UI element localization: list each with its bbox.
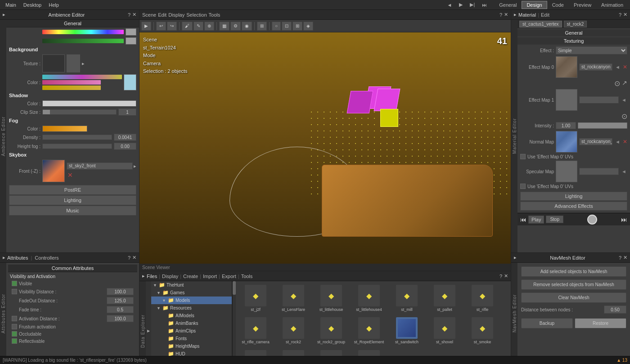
tree-scroll-thumb[interactable]: [233, 281, 236, 295]
scene-menu-display[interactable]: Display: [168, 12, 184, 18]
specular-uv-checkbox[interactable]: [520, 184, 526, 189]
normal-map-thumb[interactable]: [556, 131, 577, 153]
activation-dist-checkbox[interactable]: [12, 316, 17, 321]
grid-btn[interactable]: ▦: [219, 22, 230, 31]
texture-preview[interactable]: [42, 54, 65, 72]
asset-st-j2f[interactable]: ◆ st_j2f: [238, 283, 274, 314]
navmesh-add-btn[interactable]: Add selected objects to NavMesh: [521, 266, 626, 277]
fade-time-input[interactable]: [107, 306, 134, 313]
activation-dist-input[interactable]: [107, 315, 134, 322]
effect-map0-close[interactable]: ✕: [623, 64, 627, 70]
postre-button[interactable]: PostRE: [9, 185, 136, 195]
scene-menu-selection[interactable]: Selection: [186, 12, 207, 18]
navmesh-distance-input[interactable]: [604, 306, 626, 314]
effect-select[interactable]: Simple: [556, 46, 627, 54]
texture-arrow[interactable]: ▸: [82, 61, 85, 67]
ambience-help-icon[interactable]: ?: [128, 12, 130, 18]
pointer-btn[interactable]: ⊕: [204, 22, 214, 31]
ambience-expand-icon[interactable]: ▸: [3, 12, 5, 18]
tree-scrollbar[interactable]: [232, 281, 236, 364]
scene-close-icon[interactable]: ✕: [504, 12, 508, 18]
effect-map0-arrow[interactable]: ◄: [614, 64, 621, 70]
navmesh-remove-btn[interactable]: Remove selected objects from NavMesh: [521, 279, 626, 290]
rewind-btn[interactable]: ⏮: [520, 216, 526, 223]
redo-btn[interactable]: ↪: [167, 22, 177, 31]
de-close-icon[interactable]: ✕: [504, 273, 508, 279]
wire-btn[interactable]: ⊡: [282, 22, 292, 31]
mat-close-icon[interactable]: ✕: [623, 12, 627, 18]
de-tab-tools[interactable]: Tools: [241, 274, 253, 279]
asset-st-littlehouse4[interactable]: ◆ st_littlehouse4: [351, 283, 387, 314]
settings-btn[interactable]: ⚙: [230, 22, 241, 31]
mat-expand-icon[interactable]: ▸: [514, 12, 517, 18]
asset-st-rifle[interactable]: ◆ st_rifle: [464, 283, 500, 314]
effect-map0-icon1[interactable]: ⊙: [614, 79, 620, 88]
menu-main[interactable]: Main: [2, 1, 20, 9]
mat-lighting-btn[interactable]: Lighting: [520, 192, 627, 201]
de-tab-files[interactable]: Files: [147, 274, 157, 279]
visible-checkbox[interactable]: [12, 281, 17, 286]
de-tab-import[interactable]: Import: [203, 274, 217, 279]
asset-st-smoke[interactable]: ◆ st_smoke: [464, 315, 500, 346]
frustum-checkbox[interactable]: [12, 324, 17, 329]
tab-animation[interactable]: Animation: [596, 1, 628, 9]
clip-size-input[interactable]: [118, 108, 136, 116]
pencil-btn[interactable]: ✎: [194, 22, 203, 31]
mat-tab-edit[interactable]: Edit: [541, 12, 549, 18]
attr-tab-attributes[interactable]: Attributes: [7, 255, 28, 261]
de-help-icon[interactable]: ?: [500, 274, 502, 279]
tree-item-resources[interactable]: ▼ 📁 Resources: [151, 304, 232, 312]
skybox-delete-icon[interactable]: ✕: [68, 171, 73, 179]
normal-map-arrow[interactable]: ◄: [614, 139, 621, 144]
frame-btn[interactable]: ⊞: [257, 22, 267, 31]
tab-code[interactable]: Code: [547, 1, 569, 9]
step-fwd-btn[interactable]: ⏭: [621, 216, 627, 223]
skybox-preview[interactable]: [42, 160, 65, 182]
tab-preview[interactable]: Preview: [569, 1, 596, 9]
render-btn[interactable]: ◉: [242, 22, 252, 31]
specular-map-arrow[interactable]: ◄: [621, 169, 627, 174]
menu-desktop[interactable]: Desktop: [20, 1, 45, 9]
normal-map-close[interactable]: ✕: [623, 139, 627, 145]
mat-help-icon[interactable]: ?: [619, 12, 621, 18]
height-fog-slider[interactable]: [42, 144, 112, 149]
asset-st-rock2-group[interactable]: ◆ st_rock2_group: [313, 315, 349, 346]
play-btn[interactable]: Play: [528, 216, 544, 224]
effect-map1-icon1[interactable]: ⊙: [621, 112, 627, 121]
tree-item-animbanks[interactable]: 📁 AnimBanks: [151, 319, 232, 327]
scene-viewport[interactable]: Scene st_Terrain1024 Mode Camera Selecti…: [140, 32, 511, 264]
tree-item-animclips[interactable]: 📁 AnimClips: [151, 327, 232, 335]
occludable-checkbox[interactable]: [12, 331, 17, 337]
music-button[interactable]: Music: [9, 206, 136, 216]
mat-tab-material[interactable]: Material: [518, 12, 536, 18]
sphere-btn[interactable]: ○: [272, 22, 281, 31]
effect-map1-arrow[interactable]: ◄: [621, 97, 627, 103]
scene-menu-tools[interactable]: Tools: [209, 12, 220, 18]
asset-st-rope[interactable]: ◆ st_RopeElement: [351, 315, 387, 346]
nav-play-icon[interactable]: ▶: [455, 1, 466, 9]
skybox-arrow[interactable]: ▸: [134, 163, 136, 169]
color-slider3[interactable]: [42, 85, 101, 90]
color-slider1[interactable]: [42, 75, 122, 79]
stop-btn[interactable]: Stop: [546, 216, 563, 223]
specular-map-thumb[interactable]: [556, 161, 577, 182]
effect-map1-thumb[interactable]: [556, 89, 577, 111]
fadeout-dist-input[interactable]: [107, 297, 134, 304]
navmesh-help-icon[interactable]: ?: [619, 255, 621, 261]
color-bar-rainbow[interactable]: [42, 30, 124, 34]
scene-menu-edit[interactable]: Edit: [158, 12, 166, 18]
de-tab-create[interactable]: Create: [183, 274, 198, 279]
select-tool-btn[interactable]: ▶: [141, 22, 151, 31]
height-fog-input[interactable]: [114, 143, 136, 150]
color-swatch-gray2[interactable]: [126, 37, 136, 45]
obj-tab-vertex[interactable]: st_cactus1_vertex: [519, 21, 562, 27]
scene-menu-scene[interactable]: Scene: [142, 12, 156, 18]
texture-swatch[interactable]: [67, 54, 80, 72]
effect-map0-thumb[interactable]: [556, 56, 577, 78]
playback-knob[interactable]: [587, 215, 597, 225]
asset-st-littlehouse[interactable]: ◆ st_littlehouse: [313, 283, 349, 314]
de-tab-export[interactable]: Export: [222, 274, 236, 279]
undo-btn[interactable]: ↩: [156, 22, 166, 31]
visibility-dist-checkbox[interactable]: [12, 289, 17, 294]
color-slider2[interactable]: [42, 80, 101, 85]
